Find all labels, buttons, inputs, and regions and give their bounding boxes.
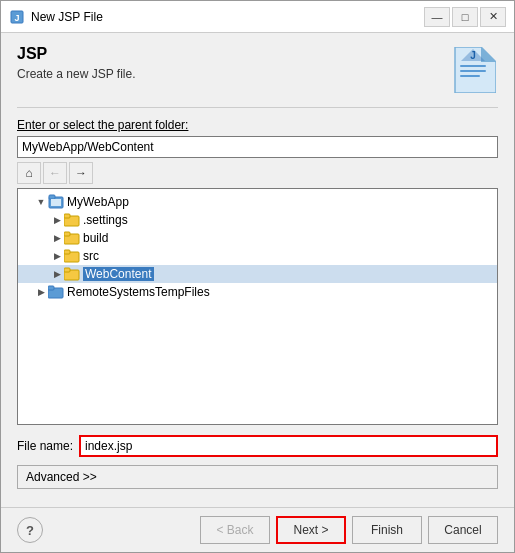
tree-item-remotesystems[interactable]: ▶ RemoteSystemsTempFiles [18, 283, 497, 301]
folder-icon [64, 230, 80, 246]
tree-item-build[interactable]: ▶ build [18, 229, 497, 247]
minimize-button[interactable]: — [424, 7, 450, 27]
cancel-button[interactable]: Cancel [428, 516, 498, 544]
toggle-icon: ▶ [50, 213, 64, 227]
header-text: JSP Create a new JSP file. [17, 45, 448, 81]
tree-item-settings[interactable]: ▶ .settings [18, 211, 497, 229]
file-name-section: File name: [17, 435, 498, 457]
dialog-window: J New JSP File — □ ✕ JSP Create a new JS… [0, 0, 515, 553]
help-button[interactable]: ? [17, 517, 43, 543]
svg-rect-6 [460, 75, 480, 77]
toggle-icon: ▶ [50, 231, 64, 245]
window-controls: — □ ✕ [424, 7, 506, 27]
toggle-icon: ▶ [50, 249, 64, 263]
folder-path-input[interactable] [17, 136, 498, 158]
svg-text:J: J [470, 50, 476, 61]
tree-item-webcontent[interactable]: ▶ WebContent [18, 265, 497, 283]
toggle-icon: ▶ [34, 285, 48, 299]
svg-rect-15 [64, 232, 70, 236]
header-subtitle: Create a new JSP file. [17, 67, 448, 81]
forward-button[interactable]: → [69, 162, 93, 184]
back-nav-button[interactable]: < Back [200, 516, 270, 544]
tree-label: .settings [83, 213, 128, 227]
toggle-icon: ▶ [50, 267, 64, 281]
tree-label: RemoteSystemsTempFiles [67, 285, 210, 299]
svg-rect-13 [64, 214, 70, 218]
tree-label: src [83, 249, 99, 263]
home-button[interactable]: ⌂ [17, 162, 41, 184]
tree-label: MyWebApp [67, 195, 129, 209]
main-content: JSP Create a new JSP file. J Enter or se… [1, 33, 514, 507]
title-bar: J New JSP File — □ ✕ [1, 1, 514, 33]
close-button[interactable]: ✕ [480, 7, 506, 27]
svg-text:J: J [14, 13, 19, 23]
folder-icon-blue [48, 284, 64, 300]
folder-icon [64, 248, 80, 264]
tree-item-mywebapp[interactable]: ▼ MyWebApp [18, 193, 497, 211]
finish-button[interactable]: Finish [352, 516, 422, 544]
back-button[interactable]: ← [43, 162, 67, 184]
folder-field-label: Enter or select the parent folder: [17, 118, 498, 132]
jsp-icon: J [448, 45, 498, 95]
svg-rect-5 [460, 70, 486, 72]
tree-label: build [83, 231, 108, 245]
file-name-input[interactable] [79, 435, 498, 457]
bottom-bar: ? < Back Next > Finish Cancel [1, 507, 514, 552]
project-icon [48, 194, 64, 210]
nav-buttons: < Back Next > Finish Cancel [200, 516, 498, 544]
toggle-icon: ▼ [34, 195, 48, 209]
file-name-label: File name: [17, 439, 73, 453]
svg-rect-10 [49, 195, 55, 199]
maximize-button[interactable]: □ [452, 7, 478, 27]
next-button[interactable]: Next > [276, 516, 346, 544]
advanced-button[interactable]: Advanced >> [17, 465, 498, 489]
header-divider [17, 107, 498, 108]
folder-tree[interactable]: ▼ MyWebApp ▶ [17, 188, 498, 425]
window-title: New JSP File [31, 10, 424, 24]
window-icon: J [9, 9, 25, 25]
tree-item-src[interactable]: ▶ src [18, 247, 497, 265]
header-title: JSP [17, 45, 448, 63]
svg-rect-21 [48, 286, 54, 290]
svg-rect-11 [51, 199, 61, 206]
folder-icon-blue [64, 266, 80, 282]
folder-toolbar: ⌂ ← → [17, 162, 498, 184]
svg-rect-19 [64, 268, 70, 272]
folder-icon [64, 212, 80, 228]
svg-rect-4 [460, 65, 486, 67]
svg-rect-17 [64, 250, 70, 254]
tree-label-selected: WebContent [83, 267, 154, 281]
header-section: JSP Create a new JSP file. J [17, 45, 498, 95]
